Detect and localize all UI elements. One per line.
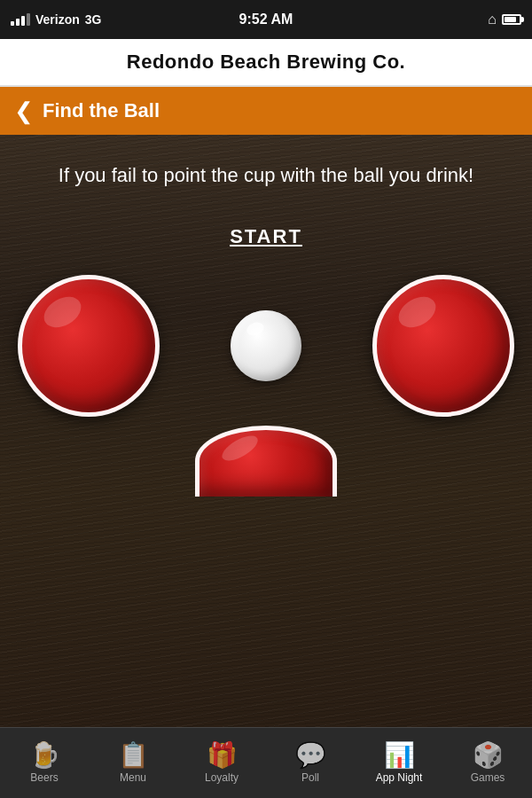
loyalty-icon: 🎁 — [207, 743, 238, 768]
network-label: 3G — [85, 12, 102, 27]
tab-loyalty[interactable]: 🎁 Loyalty — [177, 743, 266, 784]
tab-beers[interactable]: 🍺 Beers — [0, 743, 89, 784]
cups-area — [0, 266, 532, 497]
cup-bottom[interactable] — [195, 426, 337, 497]
bluetooth-icon: ⌂ — [488, 12, 497, 27]
top-row — [0, 275, 532, 417]
time-label: 9:52 AM — [239, 12, 293, 27]
app-title-bar: Redondo Beach Brewing Co. — [0, 39, 532, 87]
tab-games[interactable]: 🎲 Games — [443, 743, 532, 784]
status-bar-left: Verizon 3G — [11, 12, 101, 27]
nav-title: Find the Ball — [43, 99, 160, 122]
app-night-icon: 📊 — [384, 743, 415, 768]
carrier-label: Verizon — [35, 12, 80, 27]
start-button-container: START — [0, 199, 532, 266]
cup-left[interactable] — [18, 275, 160, 417]
description-text: If you fail to point the cup with the ba… — [0, 135, 532, 199]
games-label: Games — [471, 771, 505, 784]
beers-label: Beers — [30, 771, 58, 784]
games-icon: 🎲 — [473, 743, 504, 768]
status-bar-right: ⌂ — [488, 12, 521, 27]
tab-poll[interactable]: 💬 Poll — [266, 743, 355, 784]
bottom-row — [195, 426, 337, 497]
poll-label: Poll — [301, 771, 319, 784]
tab-app-night[interactable]: 📊 App Night — [355, 743, 443, 784]
app-night-label: App Night — [376, 771, 423, 784]
cup-right[interactable] — [372, 275, 514, 417]
ball — [231, 310, 301, 381]
loyalty-label: Loyalty — [205, 771, 239, 784]
app-title: Redondo Beach Brewing Co. — [127, 51, 405, 74]
beers-icon: 🍺 — [29, 743, 60, 768]
menu-label: Menu — [120, 771, 146, 784]
start-button[interactable]: START — [230, 225, 302, 248]
status-bar: Verizon 3G 9:52 AM ⌂ — [0, 0, 532, 39]
main-content: If you fail to point the cup with the ba… — [0, 135, 532, 727]
menu-icon: 📋 — [118, 743, 149, 768]
signal-icon — [11, 13, 30, 26]
poll-icon: 💬 — [295, 743, 326, 768]
tab-bar: 🍺 Beers 📋 Menu 🎁 Loyalty 💬 Poll 📊 App Ni… — [0, 727, 532, 798]
tab-menu[interactable]: 📋 Menu — [89, 743, 177, 784]
battery-icon — [502, 14, 521, 25]
nav-bar: ❮ Find the Ball — [0, 87, 532, 135]
back-chevron-icon[interactable]: ❮ — [14, 99, 34, 122]
